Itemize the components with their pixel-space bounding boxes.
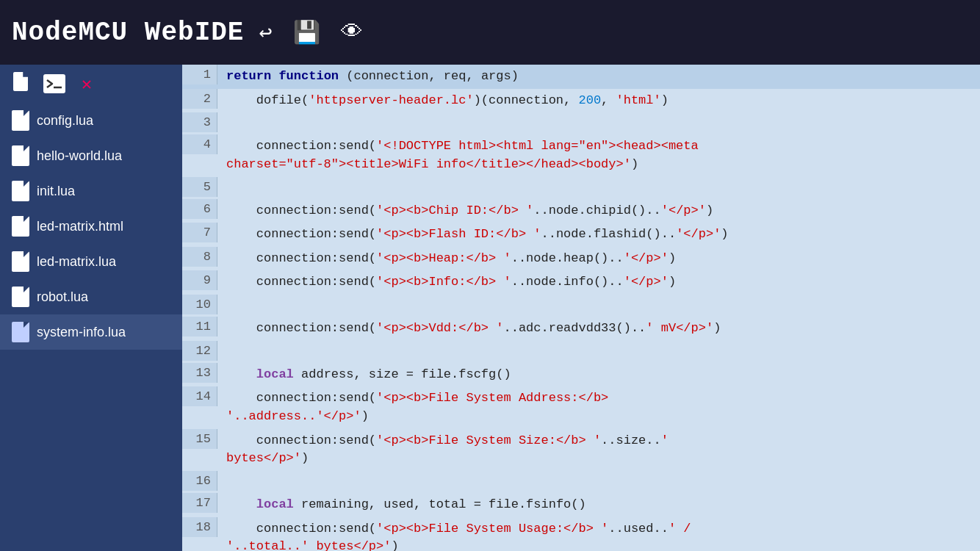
- file-icon: [12, 181, 29, 201]
- code-line-17: 17 local remaining, used, total = file.f…: [182, 493, 980, 517]
- line-number: 4: [182, 134, 217, 154]
- line-number: 13: [182, 363, 217, 383]
- line-number: 2: [182, 89, 217, 109]
- sidebar: ✕ config.lua hello-world.lua init.lua le…: [0, 65, 182, 551]
- main-layout: ✕ config.lua hello-world.lua init.lua le…: [0, 65, 980, 551]
- line-content: connection:send('<p><b>File System Size:…: [217, 429, 980, 471]
- line-number: 14: [182, 386, 217, 406]
- line-number: 18: [182, 517, 217, 537]
- code-line-10: 10: [182, 295, 980, 317]
- line-content: connection:send('<p><b>Info:</b> '..node…: [217, 270, 980, 295]
- line-content: dofile('httpserver-header.lc')(connectio…: [217, 89, 980, 113]
- file-name: system-info.lua: [37, 325, 126, 340]
- file-name: led-matrix.lua: [37, 254, 116, 270]
- line-content: connection:send('<p><b>File System Addre…: [217, 386, 980, 428]
- app-title: NodeMCU WebIDE: [12, 18, 244, 48]
- line-content: [217, 471, 980, 477]
- line-content: local remaining, used, total = file.fsin…: [217, 493, 980, 517]
- line-content: local address, size = file.fscfg(): [217, 363, 980, 387]
- code-editor[interactable]: 1 return function (connection, req, args…: [182, 65, 980, 551]
- line-number: 1: [182, 65, 217, 84]
- code-line-5: 5: [182, 177, 980, 199]
- file-icon: [12, 145, 29, 166]
- code-line-18: 18 connection:send('<p><b>File System Us…: [182, 517, 980, 551]
- line-number: 8: [182, 247, 217, 267]
- code-line-1: 1 return function (connection, req, args…: [182, 65, 980, 89]
- file-icon: [12, 322, 29, 342]
- code-line-9: 9 connection:send('<p><b>Info:</b> '..no…: [182, 270, 980, 295]
- line-content: connection:send('<p><b>Vdd:</b> '..adc.r…: [217, 317, 980, 341]
- file-icon: [12, 251, 29, 272]
- line-number: 10: [182, 295, 217, 314]
- code-line-4: 4 connection:send('<!DOCTYPE html><html …: [182, 134, 980, 176]
- line-number: 9: [182, 270, 217, 290]
- code-line-14: 14 connection:send('<p><b>File System Ad…: [182, 386, 980, 428]
- file-name: robot.lua: [37, 289, 88, 305]
- code-line-7: 7 connection:send('<p><b>Flash ID:</b> '…: [182, 223, 980, 247]
- line-content: [217, 177, 980, 183]
- line-content: [217, 295, 980, 300]
- code-line-11: 11 connection:send('<p><b>Vdd:</b> '..ad…: [182, 317, 980, 341]
- line-number: 15: [182, 429, 217, 449]
- header: NodeMCU WebIDE ↩ 💾 👁: [0, 0, 980, 65]
- file-icon: [12, 216, 29, 237]
- line-content: connection:send('<p><b>Chip ID:</b> '..n…: [217, 199, 980, 223]
- file-icon: [12, 110, 29, 131]
- line-number: 16: [182, 471, 217, 491]
- code-line-3: 3: [182, 112, 980, 134]
- file-name: led-matrix.html: [37, 219, 123, 234]
- close-button[interactable]: ✕: [73, 71, 100, 97]
- line-number: 17: [182, 493, 217, 513]
- line-content: connection:send('<!DOCTYPE html><html la…: [217, 134, 980, 176]
- line-number: 3: [182, 112, 217, 132]
- eye-icon[interactable]: 👁: [335, 16, 369, 48]
- code-line-2: 2 dofile('httpserver-header.lc')(connect…: [182, 89, 980, 113]
- line-content: connection:send('<p><b>Flash ID:</b> '..…: [217, 223, 980, 247]
- svg-rect-1: [43, 74, 65, 93]
- line-content: connection:send('<p><b>File System Usage…: [217, 517, 980, 551]
- file-item-system-info[interactable]: system-info.lua: [0, 314, 182, 350]
- line-content: [217, 112, 980, 118]
- line-content: [217, 341, 980, 347]
- save-icon[interactable]: 💾: [287, 16, 326, 49]
- line-content: return function (connection, req, args): [217, 65, 980, 89]
- code-line-16: 16: [182, 471, 980, 493]
- code-area: 1 return function (connection, req, args…: [182, 65, 980, 551]
- line-number: 11: [182, 317, 217, 336]
- file-name: init.lua: [37, 184, 75, 199]
- code-line-15: 15 connection:send('<p><b>File System Si…: [182, 429, 980, 471]
- code-line-12: 12: [182, 341, 980, 363]
- new-file-button[interactable]: [9, 71, 35, 97]
- file-item-led-matrix-lua[interactable]: led-matrix.lua: [0, 244, 182, 279]
- line-content: connection:send('<p><b>Heap:</b> '..node…: [217, 247, 980, 271]
- file-list: config.lua hello-world.lua init.lua led-…: [0, 103, 182, 350]
- code-line-6: 6 connection:send('<p><b>Chip ID:</b> '.…: [182, 199, 980, 223]
- file-item-init[interactable]: init.lua: [0, 173, 182, 209]
- code-line-8: 8 connection:send('<p><b>Heap:</b> '..no…: [182, 247, 980, 271]
- terminal-button[interactable]: [41, 71, 68, 97]
- file-item-hello-world[interactable]: hello-world.lua: [0, 138, 182, 173]
- sidebar-toolbar: ✕: [0, 65, 182, 103]
- file-icon: [12, 287, 29, 307]
- line-number: 6: [182, 199, 217, 219]
- file-name: config.lua: [37, 113, 93, 129]
- file-item-robot[interactable]: robot.lua: [0, 279, 182, 314]
- undo-icon[interactable]: ↩: [253, 16, 278, 49]
- line-number: 7: [182, 223, 217, 242]
- line-number: 5: [182, 177, 217, 197]
- line-number: 12: [182, 341, 217, 361]
- file-item-config[interactable]: config.lua: [0, 103, 182, 138]
- file-item-led-matrix-html[interactable]: led-matrix.html: [0, 209, 182, 244]
- code-line-13: 13 local address, size = file.fscfg(): [182, 363, 980, 387]
- file-name: hello-world.lua: [37, 148, 122, 164]
